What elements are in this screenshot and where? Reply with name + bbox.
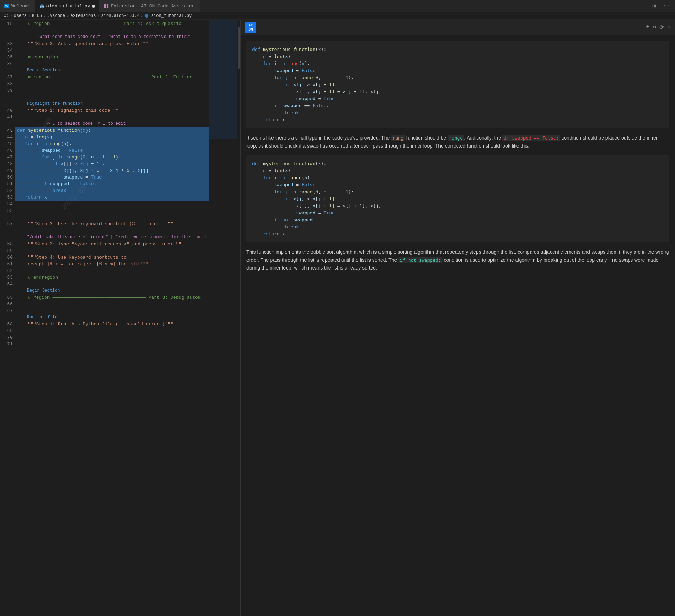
- ai-explanation-2: This function implements the bubble sort…: [246, 248, 669, 272]
- code-hint-highlight: Highlight the function: [15, 100, 209, 107]
- minimap: [209, 20, 237, 616]
- code-line-47: ·········for j in range(0, n - i - 1):: [15, 154, 209, 161]
- code-line-69: [15, 328, 209, 334]
- ai-panel-icons: + ⊡ ⟳ ✕: [646, 24, 671, 31]
- code-line-66: [15, 301, 209, 307]
- svg-text:Py: Py: [40, 5, 44, 8]
- ai-content[interactable]: def mysterious_function(x): n = len(x) f…: [241, 35, 675, 616]
- line-numbers: 15 33 34 35 36 37 38 39 40 41 43: [0, 20, 15, 616]
- svg-rect-6: [104, 6, 106, 8]
- code-line-50: ·················swapped = True: [15, 174, 209, 181]
- tab-extension-label: Extension: AI:ON Code Assistant: [111, 4, 196, 9]
- breadcrumb-ktds[interactable]: KTDS: [32, 13, 42, 18]
- code-line-61: accept [⌘ ⇧ ↵] or reject [⌘ ⇧ ⌫] the edi…: [15, 261, 209, 267]
- scrollbar-thumb[interactable]: [238, 27, 240, 69]
- code-blank-c: [15, 227, 209, 234]
- editor-scrollbar[interactable]: [237, 20, 240, 616]
- python-breadcrumb-icon: [144, 14, 149, 18]
- code-line-46: ·········swapped = False: [15, 147, 209, 154]
- code-line-58: """Step 3: Type "<your edit request>" an…: [15, 241, 209, 247]
- code-line-44: ···n = len(x): [15, 134, 209, 141]
- ai-code-block-2: def mysterious_function(x): n = len(x) f…: [246, 155, 669, 242]
- main-area: 15 33 34 35 36 37 38 39 40 41 43: [0, 20, 675, 616]
- code-line-63: # endregion: [15, 274, 209, 281]
- breadcrumb-file[interactable]: aion_tutorial.py: [151, 13, 192, 18]
- ai-explanation-1: It seems like there's a small typo in th…: [246, 134, 669, 150]
- ai-panel-header: AION + ⊡ ⟳ ✕: [241, 20, 675, 35]
- breadcrumb-vscode[interactable]: .vscode: [47, 13, 65, 18]
- code-line-36: [15, 60, 209, 67]
- tab-modified-dot: [92, 5, 95, 8]
- code-line-33: """Step 3: Ask a question and press Ente…: [15, 40, 209, 47]
- code-line-62: [15, 267, 209, 274]
- code-line-64: [15, 281, 209, 287]
- code-line-57: """Step 2: Use the keyboard shortcut [⌘ …: [15, 221, 209, 227]
- split-editor-icon[interactable]: ⊞: [652, 2, 656, 9]
- svg-point-8: [145, 14, 149, 18]
- code-hint-what: "what does this code do?" | "what is an …: [15, 34, 209, 40]
- breadcrumb: C: › Users › KTDS › .vscode › extensions…: [0, 12, 675, 20]
- code-editor[interactable]: # region ————————————————————————— Part …: [15, 20, 209, 616]
- code-line-70: [15, 334, 209, 341]
- code-line-52: ·············break: [15, 187, 209, 194]
- breadcrumb-users[interactable]: Users: [14, 13, 27, 18]
- tab-bar-right-icons: ⊞ ···: [652, 2, 675, 9]
- code-line-71: [15, 341, 209, 348]
- code-line-37: # region ———————————————————————————————…: [15, 74, 209, 80]
- tab-welcome-label: Welcome: [11, 4, 31, 9]
- breadcrumb-aion[interactable]: aion.aion-1.0.2: [101, 13, 139, 18]
- ai-code-block-1: def mysterious_function(x): n = len(x) f…: [246, 41, 669, 128]
- editor-pane: 15 33 34 35 36 37 38 39 40 41 43: [0, 20, 241, 616]
- split-view-icon[interactable]: ⊡: [653, 24, 656, 31]
- close-ai-panel-icon[interactable]: ✕: [667, 24, 671, 31]
- ai-logo: AION: [245, 22, 256, 33]
- svg-rect-5: [107, 4, 108, 6]
- new-chat-icon[interactable]: +: [646, 24, 649, 31]
- code-line-41: [15, 114, 209, 121]
- code-line-54: [15, 201, 209, 207]
- tab-bar: W Welcome Py aion_tutorial.py Extension:…: [0, 0, 675, 12]
- tab-welcome[interactable]: W Welcome: [0, 0, 35, 12]
- code-line-34: [15, 47, 209, 54]
- code-hint-line: [15, 27, 209, 34]
- code-line-51: ·········if swapped == False:: [15, 181, 209, 187]
- code-line-43: def mysterious_function(x):: [15, 127, 209, 134]
- code-line-35: # endregion: [15, 54, 209, 60]
- code-hint-run: Run the file: [15, 314, 209, 321]
- code-line-40: """Step 1: Highlight this code""": [15, 107, 209, 114]
- code-line-60: """Step 4: Use keyboard shortcuts to: [15, 254, 209, 261]
- code-line-68: """Step 1: Run this Python file (it shou…: [15, 321, 209, 328]
- history-icon[interactable]: ⟳: [659, 24, 664, 31]
- code-line-67: [15, 307, 209, 314]
- python-icon: Py: [39, 4, 44, 9]
- code-line-48: ·············if x[j] > x[j + 1]:: [15, 161, 209, 167]
- code-hint-arrow: ^ L to select code, ^ I to edit: [15, 121, 209, 127]
- code-line-55: [15, 207, 209, 214]
- more-actions-icon[interactable]: ···: [658, 2, 671, 9]
- code-hint-begin2: Begin Section: [15, 287, 209, 294]
- code-line-39: [15, 87, 209, 94]
- code-line-65: # region ———————————————————————————————…: [15, 294, 209, 301]
- welcome-icon: W: [4, 4, 9, 8]
- code-line-38: [15, 80, 209, 87]
- code-hint-edit: "/edit make this more efficient" | "/edi…: [15, 234, 209, 241]
- code-line-45: ···for i in rang(n):: [15, 141, 209, 147]
- code-line-59: [15, 247, 209, 254]
- code-line-15: # region ————————————————————————— Part …: [15, 20, 209, 27]
- tab-extension[interactable]: Extension: AI:ON Code Assistant: [99, 0, 200, 12]
- breadcrumb-extensions[interactable]: extensions: [70, 13, 96, 18]
- svg-rect-4: [104, 4, 106, 6]
- ai-logo-text: AION: [248, 23, 253, 32]
- code-blank-b: [15, 214, 209, 221]
- breadcrumb-c[interactable]: C:: [4, 13, 8, 18]
- extension-icon: [104, 4, 109, 8]
- code-hint-begin: Begin Section: [15, 67, 209, 74]
- tab-tutorial[interactable]: Py aion_tutorial.py: [35, 0, 100, 12]
- code-line-49: ·················x[j], x[j + 1] = x[j + …: [15, 167, 209, 174]
- tab-tutorial-label: aion_tutorial.py: [46, 4, 90, 9]
- code-blank-a: [15, 94, 209, 100]
- svg-text:W: W: [5, 5, 8, 8]
- svg-rect-7: [107, 6, 108, 8]
- editor-wrapper: 15 33 34 35 36 37 38 39 40 41 43: [0, 20, 240, 616]
- code-line-53: ···return x: [15, 194, 209, 201]
